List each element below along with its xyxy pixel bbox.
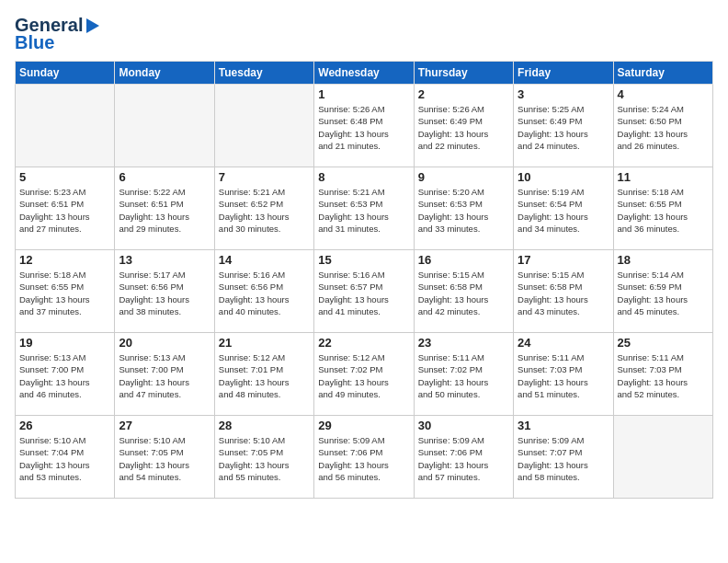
- day-info: Sunrise: 5:11 AM Sunset: 7:03 PM Dayligh…: [618, 351, 709, 400]
- day-number: 8: [318, 170, 409, 184]
- day-number: 24: [518, 336, 609, 350]
- day-number: 16: [418, 253, 509, 267]
- day-info: Sunrise: 5:23 AM Sunset: 6:51 PM Dayligh…: [19, 186, 110, 235]
- day-number: 3: [518, 87, 609, 101]
- day-number: 21: [219, 336, 310, 350]
- calendar-cell: 22Sunrise: 5:12 AM Sunset: 7:02 PM Dayli…: [314, 333, 414, 416]
- calendar-cell: 14Sunrise: 5:16 AM Sunset: 6:56 PM Dayli…: [214, 250, 313, 333]
- day-of-week-header: Saturday: [613, 62, 712, 85]
- calendar-cell: 20Sunrise: 5:13 AM Sunset: 7:00 PM Dayli…: [115, 333, 214, 416]
- calendar-cell: 3Sunrise: 5:25 AM Sunset: 6:49 PM Daylig…: [514, 85, 613, 167]
- calendar-cell: 21Sunrise: 5:12 AM Sunset: 7:01 PM Dayli…: [214, 333, 313, 416]
- day-number: 2: [418, 87, 509, 101]
- calendar-cell: 18Sunrise: 5:14 AM Sunset: 6:59 PM Dayli…: [613, 250, 712, 333]
- day-info: Sunrise: 5:11 AM Sunset: 7:03 PM Dayligh…: [518, 351, 609, 400]
- day-info: Sunrise: 5:26 AM Sunset: 6:48 PM Dayligh…: [318, 103, 409, 152]
- calendar-cell: 10Sunrise: 5:19 AM Sunset: 6:54 PM Dayli…: [514, 167, 613, 250]
- day-number: 28: [219, 419, 310, 432]
- calendar-cell: 16Sunrise: 5:15 AM Sunset: 6:58 PM Dayli…: [414, 250, 513, 333]
- calendar-header-row: SundayMondayTuesdayWednesdayThursdayFrid…: [16, 62, 713, 85]
- day-info: Sunrise: 5:18 AM Sunset: 6:55 PM Dayligh…: [19, 269, 110, 317]
- day-info: Sunrise: 5:12 AM Sunset: 7:01 PM Dayligh…: [219, 351, 310, 400]
- day-info: Sunrise: 5:22 AM Sunset: 6:51 PM Dayligh…: [119, 186, 210, 235]
- calendar-cell: 4Sunrise: 5:24 AM Sunset: 6:50 PM Daylig…: [613, 85, 712, 167]
- day-number: 14: [219, 253, 310, 267]
- calendar-cell: 24Sunrise: 5:11 AM Sunset: 7:03 PM Dayli…: [514, 333, 613, 416]
- day-info: Sunrise: 5:11 AM Sunset: 7:02 PM Dayligh…: [418, 351, 509, 400]
- day-info: Sunrise: 5:09 AM Sunset: 7:07 PM Dayligh…: [518, 434, 609, 483]
- day-info: Sunrise: 5:13 AM Sunset: 7:00 PM Dayligh…: [119, 351, 210, 400]
- calendar-table: SundayMondayTuesdayWednesdayThursdayFrid…: [15, 61, 713, 499]
- calendar-cell: 30Sunrise: 5:09 AM Sunset: 7:06 PM Dayli…: [414, 416, 513, 499]
- day-number: 12: [19, 253, 110, 267]
- day-info: Sunrise: 5:15 AM Sunset: 6:58 PM Dayligh…: [418, 269, 509, 317]
- day-info: Sunrise: 5:09 AM Sunset: 7:06 PM Dayligh…: [318, 434, 409, 483]
- day-of-week-header: Thursday: [414, 62, 513, 85]
- calendar-cell: 8Sunrise: 5:21 AM Sunset: 6:53 PM Daylig…: [314, 167, 414, 250]
- calendar-cell: 5Sunrise: 5:23 AM Sunset: 6:51 PM Daylig…: [16, 167, 115, 250]
- day-of-week-header: Friday: [514, 62, 613, 85]
- logo: General Blue: [15, 15, 99, 53]
- day-info: Sunrise: 5:19 AM Sunset: 6:54 PM Dayligh…: [518, 186, 609, 235]
- day-number: 31: [518, 419, 609, 432]
- calendar-cell: 15Sunrise: 5:16 AM Sunset: 6:57 PM Dayli…: [314, 250, 414, 333]
- day-of-week-header: Sunday: [16, 62, 115, 85]
- day-number: 11: [618, 170, 709, 184]
- calendar-cell: 6Sunrise: 5:22 AM Sunset: 6:51 PM Daylig…: [115, 167, 214, 250]
- day-number: 19: [19, 336, 110, 350]
- calendar-cell: 29Sunrise: 5:09 AM Sunset: 7:06 PM Dayli…: [314, 416, 414, 499]
- day-number: 25: [618, 336, 709, 350]
- day-number: 1: [318, 87, 409, 101]
- calendar-cell: 11Sunrise: 5:18 AM Sunset: 6:55 PM Dayli…: [613, 167, 712, 250]
- calendar-cell: 17Sunrise: 5:15 AM Sunset: 6:58 PM Dayli…: [514, 250, 613, 333]
- calendar-cell: 1Sunrise: 5:26 AM Sunset: 6:48 PM Daylig…: [314, 85, 414, 167]
- calendar-cell: 23Sunrise: 5:11 AM Sunset: 7:02 PM Dayli…: [414, 333, 513, 416]
- calendar-cell: 26Sunrise: 5:10 AM Sunset: 7:04 PM Dayli…: [16, 416, 115, 499]
- day-info: Sunrise: 5:16 AM Sunset: 6:56 PM Dayligh…: [219, 269, 310, 317]
- day-number: 23: [418, 336, 509, 350]
- calendar-week-row: 12Sunrise: 5:18 AM Sunset: 6:55 PM Dayli…: [16, 250, 713, 333]
- day-number: 30: [418, 419, 509, 432]
- day-number: 18: [618, 253, 709, 267]
- day-info: Sunrise: 5:15 AM Sunset: 6:58 PM Dayligh…: [518, 269, 609, 317]
- calendar-cell: 19Sunrise: 5:13 AM Sunset: 7:00 PM Dayli…: [16, 333, 115, 416]
- calendar-cell: 12Sunrise: 5:18 AM Sunset: 6:55 PM Dayli…: [16, 250, 115, 333]
- day-number: 13: [119, 253, 210, 267]
- calendar-cell: [613, 416, 712, 499]
- day-info: Sunrise: 5:10 AM Sunset: 7:04 PM Dayligh…: [19, 434, 110, 483]
- day-info: Sunrise: 5:25 AM Sunset: 6:49 PM Dayligh…: [518, 103, 609, 152]
- day-number: 20: [119, 336, 210, 350]
- day-number: 6: [119, 170, 210, 184]
- calendar-week-row: 19Sunrise: 5:13 AM Sunset: 7:00 PM Dayli…: [16, 333, 713, 416]
- calendar-week-row: 5Sunrise: 5:23 AM Sunset: 6:51 PM Daylig…: [16, 167, 713, 250]
- calendar-cell: 28Sunrise: 5:10 AM Sunset: 7:05 PM Dayli…: [214, 416, 313, 499]
- calendar-cell: 25Sunrise: 5:11 AM Sunset: 7:03 PM Dayli…: [613, 333, 712, 416]
- day-info: Sunrise: 5:26 AM Sunset: 6:49 PM Dayligh…: [418, 103, 509, 152]
- calendar-cell: [115, 85, 214, 167]
- calendar-week-row: 26Sunrise: 5:10 AM Sunset: 7:04 PM Dayli…: [16, 416, 713, 499]
- day-number: 5: [19, 170, 110, 184]
- day-info: Sunrise: 5:12 AM Sunset: 7:02 PM Dayligh…: [318, 351, 409, 400]
- calendar-cell: [16, 85, 115, 167]
- calendar-cell: 2Sunrise: 5:26 AM Sunset: 6:49 PM Daylig…: [414, 85, 513, 167]
- day-of-week-header: Wednesday: [314, 62, 414, 85]
- day-of-week-header: Tuesday: [214, 62, 313, 85]
- logo-text-blue: Blue: [15, 32, 54, 53]
- calendar-cell: 9Sunrise: 5:20 AM Sunset: 6:53 PM Daylig…: [414, 167, 513, 250]
- day-info: Sunrise: 5:10 AM Sunset: 7:05 PM Dayligh…: [219, 434, 310, 483]
- calendar-cell: 13Sunrise: 5:17 AM Sunset: 6:56 PM Dayli…: [115, 250, 214, 333]
- day-info: Sunrise: 5:16 AM Sunset: 6:57 PM Dayligh…: [318, 269, 409, 317]
- day-number: 15: [318, 253, 409, 267]
- day-number: 27: [119, 419, 210, 432]
- day-info: Sunrise: 5:17 AM Sunset: 6:56 PM Dayligh…: [119, 269, 210, 317]
- day-number: 7: [219, 170, 310, 184]
- day-info: Sunrise: 5:18 AM Sunset: 6:55 PM Dayligh…: [618, 186, 709, 235]
- day-info: Sunrise: 5:24 AM Sunset: 6:50 PM Dayligh…: [618, 103, 709, 152]
- calendar-cell: 27Sunrise: 5:10 AM Sunset: 7:05 PM Dayli…: [115, 416, 214, 499]
- logo-arrow-icon: [86, 18, 99, 33]
- day-info: Sunrise: 5:21 AM Sunset: 6:53 PM Dayligh…: [318, 186, 409, 235]
- day-info: Sunrise: 5:21 AM Sunset: 6:52 PM Dayligh…: [219, 186, 310, 235]
- day-of-week-header: Monday: [115, 62, 214, 85]
- day-info: Sunrise: 5:13 AM Sunset: 7:00 PM Dayligh…: [19, 351, 110, 400]
- day-number: 26: [19, 419, 110, 432]
